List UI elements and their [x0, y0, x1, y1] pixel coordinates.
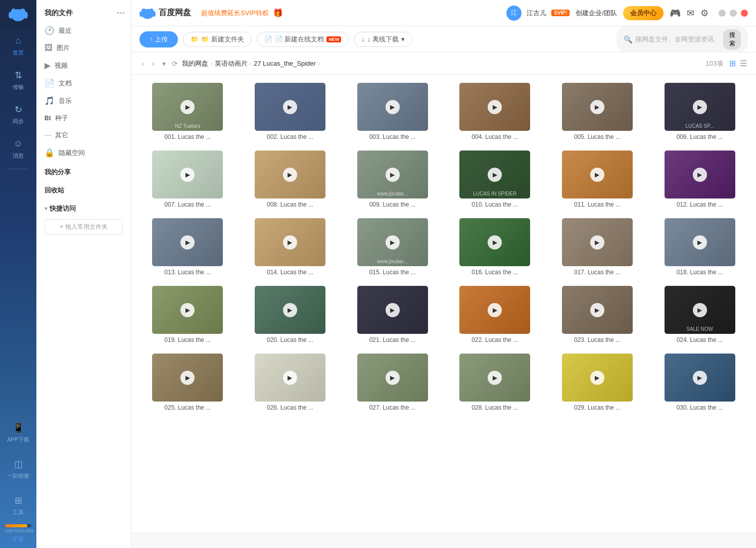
file-item[interactable]: www.jixutao...▶009. Lucas the ...	[344, 148, 441, 210]
sidebar-item-transfer[interactable]: ⇅ 传输	[0, 63, 36, 97]
sidebar-item-app-download[interactable]: 📱 APP下载	[0, 415, 36, 450]
play-button[interactable]: ▶	[590, 371, 604, 385]
play-button[interactable]: ▶	[590, 168, 604, 182]
play-button[interactable]: ▶	[590, 100, 604, 114]
file-item[interactable]: ▶023. Lucas the ...	[549, 284, 646, 345]
game-icon[interactable]: 🎮	[670, 8, 681, 19]
file-item[interactable]: LUCAS IN SPIDER▶010. Lucas the ...	[447, 148, 543, 210]
play-button[interactable]: ▶	[488, 168, 502, 182]
my-share-label[interactable]: 我的分享	[36, 162, 131, 180]
list-view-button[interactable]: ☰	[739, 58, 748, 69]
new-doc-button[interactable]: 📄 📄 新建在线文档 NEW	[257, 32, 349, 47]
play-button[interactable]: ▶	[283, 168, 297, 182]
play-button[interactable]: ▶	[488, 100, 502, 114]
file-item[interactable]: LUCAS SP...▶006. Lucas the ...	[651, 81, 748, 142]
play-button[interactable]: ▶	[386, 235, 400, 250]
enterprise-link[interactable]: 创建企业/团队	[576, 9, 617, 18]
play-button[interactable]: ▶	[180, 100, 195, 114]
upload-button[interactable]: ↑ 上传	[139, 31, 178, 47]
sidebar-item-photo-album[interactable]: ◫ 一刻相册	[0, 452, 36, 486]
file-item[interactable]: ▶027. Lucas the ...	[344, 352, 441, 413]
file-item[interactable]: NZ Tuatara▶001. Lucas the ...	[139, 81, 236, 142]
back-button[interactable]: ‹	[139, 59, 146, 69]
sidebar-item-hidden-space[interactable]: 🔒 隐藏空间	[36, 144, 131, 162]
file-item[interactable]: ▶018. Lucas the ...	[651, 216, 748, 278]
sidebar-item-other[interactable]: ··· 其它	[36, 127, 131, 144]
play-button[interactable]: ▶	[488, 303, 502, 317]
play-button[interactable]: ▶	[488, 371, 502, 385]
mail-icon[interactable]: ✉	[687, 8, 694, 19]
file-item[interactable]: ▶004. Lucas the ...	[447, 81, 543, 142]
file-item[interactable]: ▶029. Lucas the ...	[549, 352, 646, 413]
play-button[interactable]: ▶	[488, 235, 502, 250]
file-item[interactable]: ▶011. Lucas the ...	[549, 148, 646, 210]
maximize-button[interactable]: □	[730, 10, 737, 17]
search-button[interactable]: 搜索	[723, 29, 741, 49]
breadcrumb-folder1[interactable]: 英语动画片	[215, 59, 248, 68]
file-item[interactable]: ▶021. Lucas the ...	[344, 284, 441, 345]
file-item[interactable]: ▶026. Lucas the ...	[242, 352, 339, 413]
play-button[interactable]: ▶	[283, 100, 297, 114]
file-item[interactable]: www.jixutao...▶015. Lucas the ...	[344, 216, 441, 278]
sidebar-item-sync[interactable]: ↻ 同步	[0, 97, 36, 131]
file-item[interactable]: ▶017. Lucas the ...	[549, 216, 646, 278]
play-button[interactable]: ▶	[283, 371, 297, 385]
play-button[interactable]: ▶	[180, 303, 195, 317]
new-folder-button[interactable]: 📁 📁 新建文件夹	[183, 32, 252, 47]
file-item[interactable]: ▶005. Lucas the ...	[549, 81, 646, 142]
file-item[interactable]: ▶013. Lucas the ...	[139, 216, 236, 278]
play-button[interactable]: ▶	[693, 168, 707, 182]
sidebar-item-video[interactable]: ▶ 视频	[36, 57, 131, 74]
my-files-menu-icon[interactable]: ⋯	[117, 8, 125, 18]
sidebar-item-home[interactable]: ⌂ 首页	[0, 28, 36, 63]
add-common-folder-button[interactable]: + 拖入常用文件夹	[44, 219, 123, 235]
breadcrumb-dropdown-icon[interactable]: ▾	[160, 59, 168, 69]
play-button[interactable]: ▶	[386, 371, 400, 385]
search-input[interactable]	[635, 35, 720, 43]
play-button[interactable]: ▶	[693, 303, 707, 317]
grid-view-button[interactable]: ⊞	[728, 58, 737, 69]
play-button[interactable]: ▶	[386, 168, 400, 182]
recycle-label[interactable]: 回收站	[36, 180, 131, 198]
file-item[interactable]: ▶008. Lucas the ...	[242, 148, 339, 210]
play-button[interactable]: ▶	[693, 100, 707, 114]
user-avatar[interactable]: 江	[506, 6, 522, 21]
forward-button[interactable]: ›	[150, 59, 157, 69]
settings-icon[interactable]: ⚙	[700, 8, 708, 19]
play-button[interactable]: ▶	[180, 371, 195, 385]
close-button[interactable]: ✕	[741, 10, 748, 17]
sidebar-item-tools[interactable]: ⊞ 工具	[0, 488, 36, 522]
play-button[interactable]: ▶	[283, 303, 297, 317]
sidebar-item-music[interactable]: 🎵 音乐	[36, 92, 131, 110]
play-button[interactable]: ▶	[693, 235, 707, 250]
file-item[interactable]: ▶028. Lucas the ...	[447, 352, 543, 413]
file-item[interactable]: ▶030. Lucas the ...	[651, 352, 748, 413]
file-item[interactable]: ▶014. Lucas the ...	[242, 216, 339, 278]
file-item[interactable]: ▶025. Lucas the ...	[139, 352, 236, 413]
refresh-button[interactable]: ⟳	[172, 60, 178, 68]
file-item[interactable]: ▶022. Lucas the ...	[447, 284, 543, 345]
play-button[interactable]: ▶	[590, 235, 604, 250]
play-button[interactable]: ▶	[590, 303, 604, 317]
file-item[interactable]: ▶012. Lucas the ...	[651, 148, 748, 210]
minimize-button[interactable]: —	[719, 10, 726, 17]
play-button[interactable]: ▶	[693, 371, 707, 385]
sidebar-item-images[interactable]: 🖼 图片	[36, 39, 131, 57]
play-button[interactable]: ▶	[283, 235, 297, 250]
file-item[interactable]: ▶002. Lucas the ...	[242, 81, 339, 142]
file-item[interactable]: SALE NOW▶024. Lucas the ...	[651, 284, 748, 345]
file-item[interactable]: ▶003. Lucas the ...	[344, 81, 441, 142]
file-item[interactable]: ▶007. Lucas the ...	[139, 148, 236, 210]
sidebar-item-bt[interactable]: Bt 种子	[36, 110, 131, 127]
file-item[interactable]: ▶016. Lucas the ...	[447, 216, 543, 278]
file-item[interactable]: ▶019. Lucas the ...	[139, 284, 236, 345]
play-button[interactable]: ▶	[180, 235, 195, 250]
file-item[interactable]: ▶020. Lucas the ...	[242, 284, 339, 345]
expand-storage-button[interactable]: 扩容	[13, 535, 24, 543]
sidebar-item-recent[interactable]: 🕐 最近	[36, 22, 131, 39]
play-button[interactable]: ▶	[386, 100, 400, 114]
sidebar-item-messages[interactable]: ☺ 消息	[0, 131, 36, 166]
promo-text[interactable]: 超值续费延长SVIP特权	[201, 9, 269, 18]
offline-download-button[interactable]: ↓ ↓ 离线下载 ▾	[354, 32, 412, 47]
member-center-button[interactable]: 会员中心	[623, 6, 664, 20]
